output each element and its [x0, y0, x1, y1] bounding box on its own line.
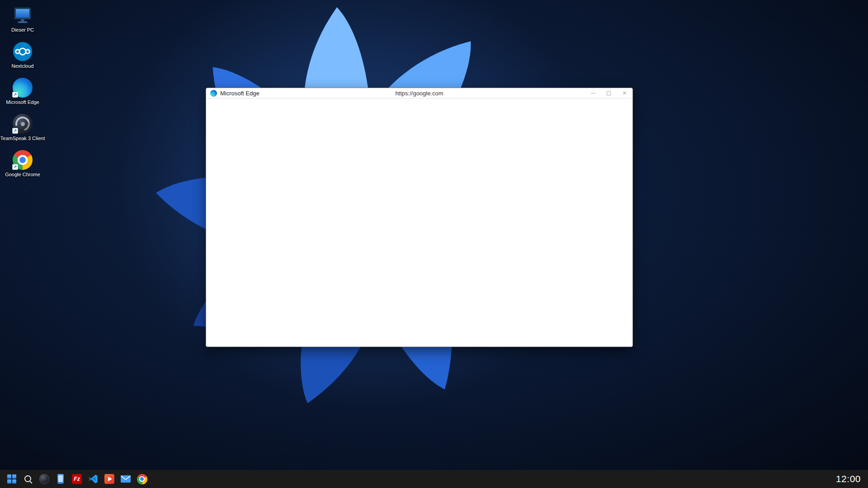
- close-button[interactable]: ✕: [617, 88, 632, 98]
- maximize-button[interactable]: [601, 88, 617, 98]
- maximize-icon: [607, 91, 611, 95]
- desktop-icon-label: Nextcloud: [12, 63, 34, 69]
- chrome-icon: [137, 474, 147, 484]
- edge-icon: ↗: [12, 77, 33, 98]
- desktop-icon-label: Google Chrome: [5, 172, 40, 177]
- desktop-icon-label: Dieser PC: [11, 27, 34, 33]
- chrome-taskbar-button[interactable]: [134, 471, 150, 487]
- filezilla-icon: Fz: [72, 474, 82, 484]
- window-controls: ✕: [585, 88, 632, 98]
- desktop-icon-column: Dieser PC Nextcloud ↗ Microsoft Edge ↗: [2, 3, 43, 183]
- minimize-button[interactable]: [585, 88, 601, 98]
- taskbar-clock[interactable]: 12:00: [836, 474, 861, 484]
- search-button[interactable]: [20, 471, 36, 487]
- vscode-icon: [88, 474, 98, 484]
- close-icon: ✕: [622, 90, 627, 96]
- desktop-icon-dieser-pc[interactable]: Dieser PC: [2, 3, 43, 39]
- taskbar-icon-group: Fz: [0, 471, 150, 487]
- vscode-button[interactable]: [85, 471, 101, 487]
- nextcloud-icon: [12, 41, 33, 62]
- mail-icon: [120, 475, 131, 483]
- desktop-icon-microsoft-edge[interactable]: ↗ Microsoft Edge: [2, 75, 43, 111]
- dark-circle-app-button[interactable]: [36, 471, 52, 487]
- browser-viewport[interactable]: [206, 99, 632, 347]
- edge-icon: [210, 90, 217, 97]
- phone-icon: [57, 474, 64, 484]
- window-title: Microsoft Edge: [220, 90, 259, 97]
- desktop-icon-teamspeak[interactable]: ↗ TeamSpeak 3 Client: [2, 111, 43, 147]
- chrome-icon: ↗: [12, 150, 33, 170]
- start-button[interactable]: [4, 471, 20, 487]
- window-title-group: Microsoft Edge: [206, 90, 259, 97]
- desktop-icon-nextcloud[interactable]: Nextcloud: [2, 39, 43, 75]
- desktop-icon-label: TeamSpeak 3 Client: [0, 136, 45, 141]
- phone-app-button[interactable]: [52, 471, 69, 487]
- desktop-icon-label: Microsoft Edge: [6, 99, 39, 105]
- window-titlebar[interactable]: Microsoft Edge https://google.com ✕: [206, 88, 632, 99]
- minimize-icon: [591, 93, 595, 94]
- filezilla-button[interactable]: Fz: [69, 471, 85, 487]
- mail-button[interactable]: [118, 471, 134, 487]
- shortcut-arrow-icon: ↗: [12, 92, 18, 98]
- orange-app-button[interactable]: [101, 471, 118, 487]
- shortcut-arrow-icon: ↗: [12, 164, 18, 170]
- windows-start-icon: [7, 474, 16, 483]
- orange-arrow-app-icon: [104, 474, 114, 484]
- edge-window: Microsoft Edge https://google.com ✕: [206, 88, 633, 347]
- taskbar: Fz 12:00: [0, 470, 868, 488]
- dark-circle-app-icon: [39, 474, 49, 484]
- desktop-icon-google-chrome[interactable]: ↗ Google Chrome: [2, 147, 43, 183]
- search-icon: [24, 474, 33, 483]
- shortcut-arrow-icon: ↗: [12, 128, 18, 134]
- window-url: https://google.com: [395, 90, 443, 97]
- teamspeak-icon: ↗: [12, 113, 33, 134]
- this-pc-icon: [12, 5, 33, 26]
